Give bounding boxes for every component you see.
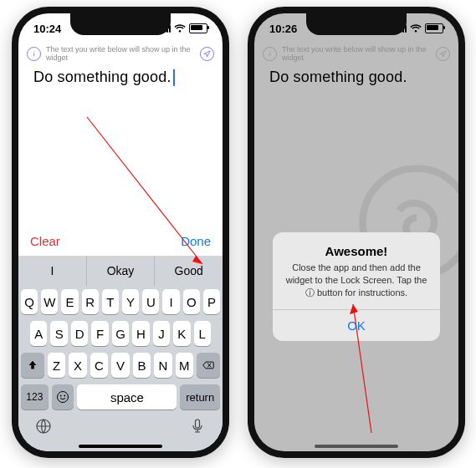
key-p[interactable]: P bbox=[203, 289, 220, 314]
wifi-icon bbox=[174, 24, 186, 33]
suggestion-bar: I Okay Good bbox=[18, 256, 223, 286]
clock: 10:24 bbox=[33, 23, 61, 35]
key-z[interactable]: Z bbox=[48, 353, 65, 378]
battery-icon bbox=[425, 23, 443, 33]
key-j[interactable]: J bbox=[153, 321, 170, 346]
notch bbox=[70, 13, 171, 35]
keyboard: Clear Done I Okay Good QWERTYUIOP ASDFGH… bbox=[18, 256, 223, 451]
key-i[interactable]: I bbox=[162, 289, 179, 314]
text-area[interactable]: Do something good. bbox=[33, 69, 207, 86]
key-c[interactable]: C bbox=[90, 353, 108, 378]
key-f[interactable]: F bbox=[91, 321, 108, 346]
wifi-icon bbox=[410, 24, 422, 33]
key-x[interactable]: X bbox=[69, 353, 86, 378]
suggestion[interactable]: Okay bbox=[87, 256, 156, 286]
key-b[interactable]: B bbox=[133, 353, 151, 378]
key-g[interactable]: G bbox=[112, 321, 129, 346]
text-cursor bbox=[173, 69, 175, 86]
alert-title: Awesome! bbox=[284, 244, 428, 258]
done-button[interactable]: Done bbox=[181, 234, 211, 248]
clear-button[interactable]: Clear bbox=[30, 234, 60, 248]
hint-text: The text you write below will show up in… bbox=[46, 45, 195, 62]
home-indicator[interactable] bbox=[79, 445, 162, 448]
key-return[interactable]: return bbox=[180, 384, 220, 410]
key-k[interactable]: K bbox=[173, 321, 190, 346]
key-s[interactable]: S bbox=[50, 321, 67, 346]
hint-text: The text you write below will show up in… bbox=[282, 45, 431, 62]
mic-icon[interactable] bbox=[189, 418, 206, 438]
key-d[interactable]: D bbox=[71, 321, 88, 346]
key-emoji[interactable] bbox=[52, 384, 74, 410]
alert-message: Close the app and then add the widget to… bbox=[284, 262, 428, 299]
alert-ok-button[interactable]: OK bbox=[273, 309, 440, 341]
entered-text: Do something good. bbox=[269, 69, 407, 85]
key-l[interactable]: L bbox=[194, 321, 211, 346]
phone-right: 10:26 i The text you write below will sh… bbox=[248, 7, 465, 458]
home-indicator[interactable] bbox=[315, 445, 398, 448]
key-v[interactable]: V bbox=[111, 353, 129, 378]
key-w[interactable]: W bbox=[41, 289, 58, 314]
hint-bar: i The text you write below will show up … bbox=[27, 45, 214, 62]
key-q[interactable]: Q bbox=[21, 289, 38, 314]
screen-right: 10:26 i The text you write below will sh… bbox=[254, 13, 458, 451]
key-backspace[interactable] bbox=[197, 353, 220, 378]
phone-left: 10:24 i The text you write below will sh… bbox=[12, 7, 229, 458]
hint-bar: i The text you write below will show up … bbox=[263, 45, 450, 62]
key-space[interactable]: space bbox=[77, 384, 177, 410]
svg-point-2 bbox=[64, 395, 65, 397]
key-y[interactable]: Y bbox=[122, 289, 139, 314]
key-h[interactable]: H bbox=[132, 321, 149, 346]
key-t[interactable]: T bbox=[102, 289, 119, 314]
svg-point-1 bbox=[60, 395, 62, 397]
keyboard-toolbar: Clear Done bbox=[18, 226, 223, 256]
clock: 10:26 bbox=[269, 23, 297, 35]
key-o[interactable]: O bbox=[183, 289, 200, 314]
key-n[interactable]: N bbox=[154, 353, 171, 378]
battery-icon bbox=[189, 23, 207, 33]
key-123[interactable]: 123 bbox=[21, 384, 49, 410]
suggestion[interactable]: I bbox=[18, 256, 87, 286]
send-icon[interactable] bbox=[200, 47, 214, 61]
key-r[interactable]: R bbox=[82, 289, 99, 314]
suggestion[interactable]: Good bbox=[155, 256, 223, 286]
key-m[interactable]: M bbox=[176, 353, 193, 378]
text-area: Do something good. bbox=[269, 69, 443, 86]
keyboard-bottom bbox=[18, 413, 223, 440]
entered-text: Do something good. bbox=[33, 69, 171, 85]
key-u[interactable]: U bbox=[142, 289, 159, 314]
key-shift[interactable] bbox=[21, 353, 44, 378]
screen-left: 10:24 i The text you write below will sh… bbox=[18, 13, 223, 451]
key-e[interactable]: E bbox=[61, 289, 78, 314]
info-icon[interactable]: i bbox=[27, 47, 41, 61]
info-icon[interactable]: i bbox=[263, 47, 277, 61]
globe-icon[interactable] bbox=[35, 418, 52, 438]
svg-rect-4 bbox=[196, 420, 200, 428]
send-icon[interactable] bbox=[436, 47, 450, 61]
key-a[interactable]: A bbox=[30, 321, 47, 346]
svg-point-0 bbox=[58, 392, 69, 403]
notch bbox=[306, 13, 407, 35]
alert-dialog: Awesome! Close the app and then add the … bbox=[273, 232, 440, 341]
